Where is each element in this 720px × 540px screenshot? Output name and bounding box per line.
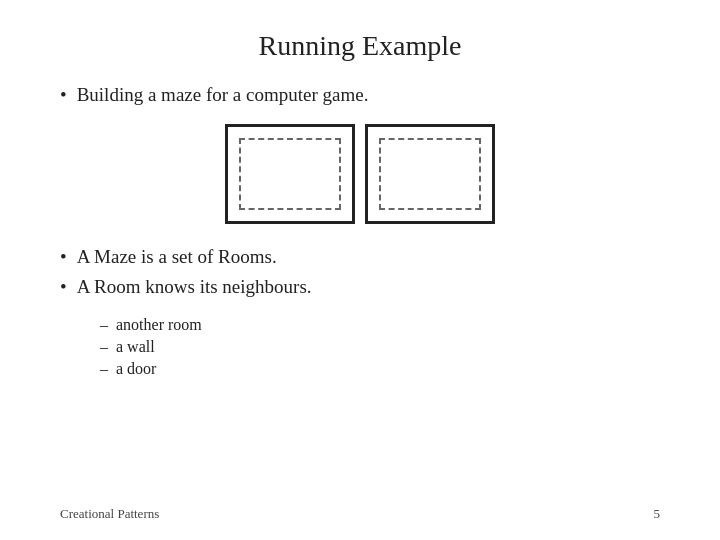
sub-bullet-item-1: – another room <box>100 316 660 334</box>
room-box-right <box>365 124 495 224</box>
room-box-left <box>225 124 355 224</box>
slide-container: Running Example • Building a maze for a … <box>0 0 720 540</box>
bullet-item-1: • Building a maze for a computer game. <box>60 84 660 106</box>
sub-bullet-text-1: another room <box>116 316 202 334</box>
room-inner-right <box>379 138 481 210</box>
sub-dash-1: – <box>100 316 108 334</box>
sub-bullet-text-2: a wall <box>116 338 155 356</box>
room-inner-left <box>239 138 341 210</box>
bullet-item-3: • A Room knows its neighbours. <box>60 276 660 298</box>
rooms-wrapper <box>225 124 495 224</box>
bullet-item-2: • A Maze is a set of Rooms. <box>60 246 660 268</box>
sub-bullet-item-3: – a door <box>100 360 660 378</box>
slide-footer: Creational Patterns 5 <box>60 506 660 522</box>
bullet-text-3: A Room knows its neighbours. <box>77 276 312 298</box>
sub-bullet-item-2: – a wall <box>100 338 660 356</box>
bullet-text-1: Building a maze for a computer game. <box>77 84 369 106</box>
sub-dash-2: – <box>100 338 108 356</box>
bullet-list-top: • Building a maze for a computer game. <box>60 84 660 106</box>
bullet-text-2: A Maze is a set of Rooms. <box>77 246 277 268</box>
bullet-list-middle: • A Maze is a set of Rooms. • A Room kno… <box>60 246 660 298</box>
bullet-dot-3: • <box>60 276 67 298</box>
sub-bullet-text-3: a door <box>116 360 156 378</box>
sub-bullet-list: – another room – a wall – a door <box>100 316 660 378</box>
footer-right: 5 <box>654 506 661 522</box>
sub-dash-3: – <box>100 360 108 378</box>
bullet-dot-1: • <box>60 84 67 106</box>
footer-left: Creational Patterns <box>60 506 159 522</box>
bullet-dot-2: • <box>60 246 67 268</box>
slide-title: Running Example <box>60 30 660 62</box>
diagram-area <box>60 124 660 224</box>
